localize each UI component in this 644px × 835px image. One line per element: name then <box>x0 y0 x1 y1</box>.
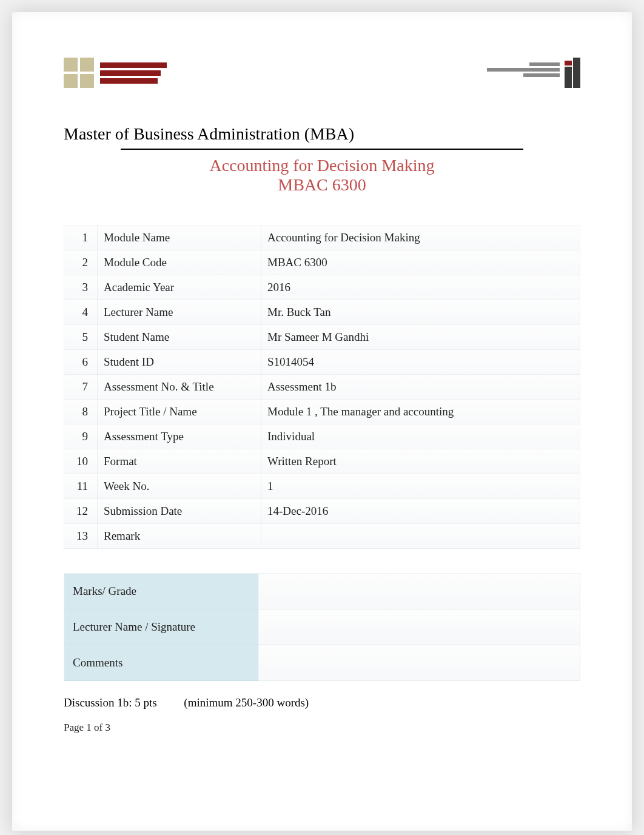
row-label: Assessment Type <box>98 424 261 449</box>
logo-right-text <box>487 62 560 77</box>
course-title: Accounting for Decision Making <box>64 156 580 175</box>
row-number: 3 <box>64 275 98 300</box>
row-label: Project Title / Name <box>98 400 261 424</box>
row-number: 6 <box>64 350 98 375</box>
row-label: Module Name <box>98 226 261 250</box>
row-value: Individual <box>261 424 580 449</box>
table-row: Lecturer Name / Signature <box>64 609 580 645</box>
grade-row-value <box>258 574 580 609</box>
row-label: Week No. <box>98 474 261 499</box>
row-value <box>261 524 580 549</box>
logo-right-icon <box>565 58 580 88</box>
program-title: Master of Business Administration (MBA) <box>64 124 580 144</box>
table-row: 8Project Title / NameModule 1 , The mana… <box>64 400 580 424</box>
table-row: Comments <box>64 645 580 681</box>
row-value: Assessment 1b <box>261 375 580 400</box>
logo-left-icon <box>64 58 94 88</box>
table-row: 4Lecturer NameMr. Buck Tan <box>64 300 580 325</box>
header-logos <box>64 58 580 88</box>
page-footer: Page 1 of 3 <box>64 722 580 734</box>
row-value: 1 <box>261 474 580 499</box>
page-prefix: Page <box>64 722 86 733</box>
grade-row-label: Lecturer Name / Signature <box>64 609 258 645</box>
row-value: Mr. Buck Tan <box>261 300 580 325</box>
row-label: Module Code <box>98 250 261 275</box>
discussion-note: (minimum 250-300 words) <box>184 696 309 709</box>
row-value: 14-Dec-2016 <box>261 499 580 524</box>
table-row: 12Submission Date14-Dec-2016 <box>64 499 580 524</box>
discussion-label: Discussion 1b: 5 pts <box>64 696 157 709</box>
grade-row-value <box>258 645 580 681</box>
row-label: Submission Date <box>98 499 261 524</box>
page-current: 1 <box>86 722 92 733</box>
info-table: 1Module NameAccounting for Decision Maki… <box>64 225 580 549</box>
row-label: Student Name <box>98 325 261 350</box>
table-row: 5Student NameMr Sameer M Gandhi <box>64 325 580 350</box>
row-number: 1 <box>64 226 98 250</box>
row-value: Mr Sameer M Gandhi <box>261 325 580 350</box>
title-divider <box>121 149 524 150</box>
grade-row-label: Marks/ Grade <box>64 574 258 609</box>
page-sep: of <box>92 722 106 733</box>
row-label: Format <box>98 449 261 474</box>
grade-row-label: Comments <box>64 645 258 681</box>
row-number: 7 <box>64 375 98 400</box>
row-label: Academic Year <box>98 275 261 300</box>
page-total: 3 <box>105 722 110 733</box>
row-value: Module 1 , The manager and accounting <box>261 400 580 424</box>
table-row: 11Week No.1 <box>64 474 580 499</box>
table-row: 1Module NameAccounting for Decision Maki… <box>64 226 580 250</box>
discussion-line: Discussion 1b: 5 pts (minimum 250-300 wo… <box>64 696 580 709</box>
table-row: 2Module CodeMBAC 6300 <box>64 250 580 275</box>
partner-logo-right <box>487 58 580 88</box>
page-wrapper: Master of Business Administration (MBA) … <box>12 12 632 831</box>
row-value: S1014054 <box>261 350 580 375</box>
row-value: 2016 <box>261 275 580 300</box>
logo-left-text <box>100 62 167 84</box>
university-logo-left <box>64 58 167 88</box>
row-value: Accounting for Decision Making <box>261 226 580 250</box>
table-row: Marks/ Grade <box>64 574 580 609</box>
row-number: 10 <box>64 449 98 474</box>
table-row: 9Assessment TypeIndividual <box>64 424 580 449</box>
row-number: 2 <box>64 250 98 275</box>
table-row: 10FormatWritten Report <box>64 449 580 474</box>
row-number: 12 <box>64 499 98 524</box>
page-inner: Master of Business Administration (MBA) … <box>33 33 611 810</box>
row-number: 9 <box>64 424 98 449</box>
row-number: 5 <box>64 325 98 350</box>
table-row: 6Student IDS1014054 <box>64 350 580 375</box>
info-table-body: 1Module NameAccounting for Decision Maki… <box>64 226 580 549</box>
row-number: 13 <box>64 524 98 549</box>
row-value: Written Report <box>261 449 580 474</box>
table-row: 13Remark <box>64 524 580 549</box>
row-label: Student ID <box>98 350 261 375</box>
grade-table: Marks/ GradeLecturer Name / SignatureCom… <box>64 573 580 681</box>
row-number: 8 <box>64 400 98 424</box>
row-value: MBAC 6300 <box>261 250 580 275</box>
course-code: MBAC 6300 <box>64 175 580 195</box>
row-label: Remark <box>98 524 261 549</box>
row-label: Assessment No. & Title <box>98 375 261 400</box>
table-row: 3Academic Year2016 <box>64 275 580 300</box>
grade-table-body: Marks/ GradeLecturer Name / SignatureCom… <box>64 574 580 681</box>
row-label: Lecturer Name <box>98 300 261 325</box>
row-number: 4 <box>64 300 98 325</box>
table-row: 7Assessment No. & TitleAssessment 1b <box>64 375 580 400</box>
grade-row-value <box>258 609 580 645</box>
course-header: Accounting for Decision Making MBAC 6300 <box>64 156 580 195</box>
row-number: 11 <box>64 474 98 499</box>
